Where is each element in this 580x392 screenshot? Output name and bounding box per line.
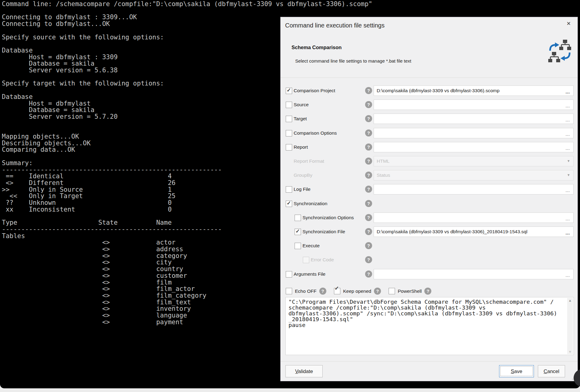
- report-field[interactable]: …: [374, 142, 574, 152]
- groupby-dropdown: Status ▼: [374, 170, 574, 180]
- log-file-label: Log File: [294, 184, 310, 194]
- synchronization-label: Synchronization: [294, 198, 327, 209]
- help-icon[interactable]: ?: [365, 101, 372, 108]
- row-comparison-project: Comparison Project ? D:\comp\sakila (dbf…: [281, 85, 578, 96]
- validate-button[interactable]: Validate: [285, 365, 323, 377]
- source-field[interactable]: …: [374, 100, 574, 110]
- dialog-title: Command line execution file settings: [285, 22, 385, 29]
- help-icon[interactable]: ?: [365, 129, 372, 136]
- browse-button[interactable]: …: [565, 90, 571, 94]
- help-icon[interactable]: ?: [424, 288, 431, 295]
- synchronization-file-label: Synchronization File: [303, 227, 345, 237]
- help-icon[interactable]: ?: [365, 228, 372, 235]
- browse-button[interactable]: …: [565, 231, 571, 235]
- help-icon[interactable]: ?: [319, 288, 326, 295]
- row-report: Report ? …: [281, 142, 578, 152]
- help-icon[interactable]: ?: [365, 158, 372, 165]
- schema-compare-icon: [548, 39, 571, 64]
- browse-button[interactable]: …: [565, 146, 571, 151]
- comparison-project-label: Comparison Project: [294, 85, 335, 96]
- report-format-label: Report Format: [294, 156, 324, 166]
- row-execute: Execute ?: [281, 241, 578, 251]
- source-checkbox[interactable]: [286, 102, 292, 108]
- execute-checkbox[interactable]: [295, 243, 301, 249]
- synchronization-file-checkbox[interactable]: [295, 229, 301, 235]
- source-label: Source: [294, 100, 309, 110]
- help-icon[interactable]: ?: [365, 186, 372, 193]
- comparison-options-field[interactable]: …: [374, 128, 574, 138]
- screen: { "console": { "lines": [ "Command line:…: [0, 0, 580, 392]
- close-icon[interactable]: ✕: [567, 21, 571, 27]
- bat-file-text-area[interactable]: "C:\Program Files\Devart\dbForge Schema …: [285, 297, 574, 355]
- help-icon[interactable]: ?: [365, 256, 372, 263]
- help-icon[interactable]: ?: [365, 200, 372, 207]
- scroll-down-icon[interactable]: ▼: [567, 350, 573, 354]
- arguments-file-checkbox[interactable]: [286, 271, 292, 278]
- browse-button[interactable]: …: [565, 104, 571, 108]
- bat-file-text[interactable]: "C:\Program Files\Devart\dbForge Schema …: [288, 299, 565, 353]
- help-icon[interactable]: ?: [365, 143, 372, 151]
- browse-button[interactable]: …: [565, 118, 571, 122]
- scroll-up-icon[interactable]: ▲: [567, 299, 573, 302]
- help-icon[interactable]: ?: [374, 288, 381, 295]
- help-icon[interactable]: ?: [365, 172, 372, 179]
- browse-button[interactable]: …: [565, 188, 571, 193]
- report-label: Report: [294, 142, 308, 152]
- browse-button[interactable]: …: [565, 273, 571, 278]
- powershell-checkbox[interactable]: [389, 288, 395, 294]
- help-icon[interactable]: ?: [365, 214, 372, 221]
- help-icon[interactable]: ?: [365, 242, 372, 249]
- target-checkbox[interactable]: [286, 116, 292, 122]
- powershell-label: PowerShell: [398, 286, 422, 296]
- comparison-options-checkbox[interactable]: [286, 130, 292, 136]
- row-groupby: GroupBy ? Status ▼: [281, 170, 578, 180]
- target-label: Target: [294, 114, 307, 124]
- row-synchronization: Synchronization ?: [281, 198, 578, 209]
- echo-off-label: Echo OFF: [295, 286, 317, 296]
- schema-comparison-heading: Schema Comparison: [292, 45, 342, 50]
- synchronization-checkbox[interactable]: [286, 201, 292, 207]
- help-icon[interactable]: ?: [365, 87, 372, 94]
- error-code-checkbox: [303, 257, 309, 263]
- help-icon[interactable]: ?: [365, 115, 372, 122]
- row-error-code: Error Code ?: [281, 255, 578, 265]
- row-target: Target ? …: [281, 114, 578, 124]
- log-file-checkbox[interactable]: [286, 186, 292, 193]
- keep-opened-option: Keep opened ?: [334, 286, 381, 296]
- header-divider: [281, 78, 578, 78]
- report-format-dropdown: HTML ▼: [374, 156, 574, 166]
- footer-divider: [281, 361, 578, 361]
- report-checkbox[interactable]: [286, 144, 292, 151]
- row-comparison-options: Comparison Options ? …: [281, 128, 578, 138]
- target-field[interactable]: …: [374, 114, 574, 124]
- synchronization-options-field[interactable]: …: [374, 212, 574, 223]
- row-arguments-file: Arguments File ? …: [281, 269, 578, 279]
- synchronization-options-checkbox[interactable]: [295, 215, 301, 221]
- cancel-button[interactable]: Cancel: [538, 365, 565, 377]
- command-line-settings-dialog: Command line execution file settings ✕ S…: [280, 17, 578, 381]
- groupby-label: GroupBy: [294, 170, 312, 180]
- comparison-project-field[interactable]: D:\comp\sakila (dbfmylast-3309 vs dbfmyl…: [374, 85, 574, 96]
- textarea-scrollbar[interactable]: ▲ ▼: [567, 298, 573, 354]
- chevron-down-icon: ▼: [567, 159, 570, 163]
- browse-button[interactable]: …: [565, 217, 571, 221]
- row-source: Source ? …: [281, 100, 578, 110]
- echo-off-checkbox[interactable]: [286, 288, 292, 294]
- comparison-project-checkbox[interactable]: [286, 88, 292, 94]
- row-log-file: Log File ? …: [281, 184, 578, 194]
- arguments-file-field[interactable]: …: [374, 269, 574, 279]
- error-code-label: Error Code: [311, 255, 334, 265]
- chevron-down-icon: ▼: [567, 173, 570, 177]
- execute-label: Execute: [303, 241, 320, 251]
- comparison-options-label: Comparison Options: [294, 128, 337, 138]
- keep-opened-checkbox[interactable]: [334, 288, 340, 294]
- save-button[interactable]: Save: [499, 365, 534, 377]
- arguments-file-label: Arguments File: [294, 269, 325, 279]
- synchronization-options-label: Synchronization Options: [303, 212, 354, 223]
- log-file-field[interactable]: …: [374, 184, 574, 194]
- keep-opened-label: Keep opened: [343, 286, 371, 296]
- row-synchronization-file: Synchronization File ? D:\comp\sakila (d…: [281, 227, 578, 237]
- help-icon[interactable]: ?: [365, 270, 372, 278]
- browse-button[interactable]: …: [565, 132, 571, 136]
- synchronization-file-field[interactable]: D:\comp\sakila (dbfmylast-3309 vs dbfmyl…: [374, 227, 574, 237]
